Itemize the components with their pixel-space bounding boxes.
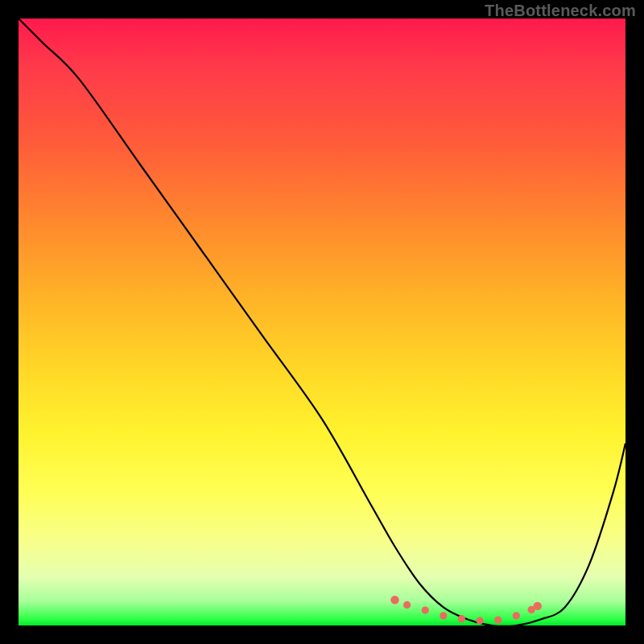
plot-area: [19, 19, 625, 625]
highlight-dot: [440, 612, 447, 619]
highlight-dot: [403, 601, 411, 609]
highlight-dots: [390, 596, 542, 625]
highlight-dot: [534, 602, 542, 610]
highlight-dot: [513, 612, 520, 619]
highlight-dot: [422, 607, 429, 614]
highlight-dot: [458, 615, 465, 622]
bottleneck-curve: [19, 19, 625, 625]
chart-frame: TheBottleneck.com: [0, 0, 644, 644]
curve-path: [19, 19, 625, 625]
curve-svg: [19, 19, 625, 625]
highlight-dot: [390, 596, 398, 604]
highlight-dot: [494, 617, 502, 624]
watermark-text: TheBottleneck.com: [485, 2, 636, 20]
highlight-dot: [476, 617, 483, 624]
